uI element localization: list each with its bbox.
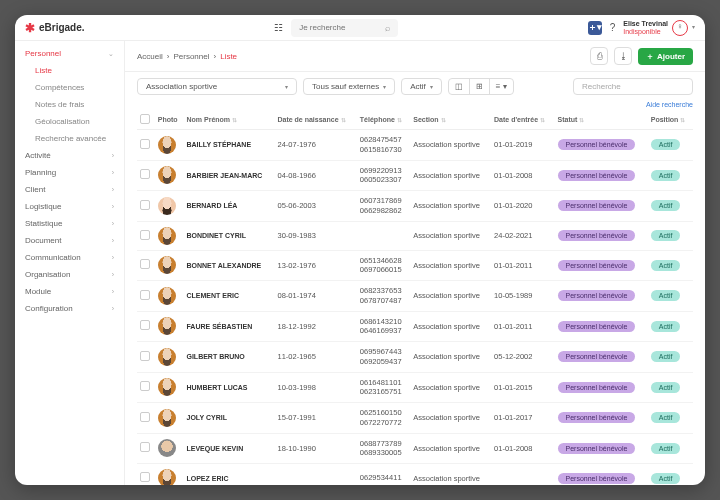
status-badge: Personnel bénévole (558, 139, 636, 150)
sidebar-item-organisation[interactable]: Organisation› (15, 266, 124, 283)
avatar (158, 378, 176, 396)
row-checkbox[interactable] (140, 200, 150, 210)
row-checkbox[interactable] (140, 472, 150, 482)
status-badge: Personnel bénévole (558, 170, 636, 181)
cell-name: GILBERT BRUNO (183, 342, 274, 373)
sidebar-item-configuration[interactable]: Configuration› (15, 300, 124, 317)
table-row[interactable]: BONDINET CYRIL30-09-1983Association spor… (137, 221, 693, 250)
row-checkbox[interactable] (140, 351, 150, 361)
table-row[interactable]: BARBIER JEAN-MARC04-08-19660699220913060… (137, 160, 693, 191)
row-checkbox[interactable] (140, 381, 150, 391)
sidebar-item-logistique[interactable]: Logistique› (15, 198, 124, 215)
global-search[interactable]: ⌕ (291, 19, 398, 37)
print-button[interactable]: ⎙ (590, 47, 608, 65)
col-statut[interactable]: Statut⇅ (555, 110, 648, 130)
chevron-down-icon: ▾ (285, 83, 288, 90)
view-toggle: ◫ ⊞ ≡ ▾ (448, 78, 514, 95)
sidebar-item-statistique[interactable]: Statistique› (15, 215, 124, 232)
sidebar-sub-recherche[interactable]: Recherche avancée (15, 130, 124, 147)
col-entry[interactable]: Date d'entrée⇅ (491, 110, 554, 130)
download-button[interactable]: ⭳ (614, 47, 632, 65)
col-section[interactable]: Section⇅ (410, 110, 491, 130)
sidebar-item-client[interactable]: Client› (15, 181, 124, 198)
row-checkbox[interactable] (140, 290, 150, 300)
cell-name: FAURE SéBASTIEN (183, 311, 274, 342)
status-badge: Personnel bénévole (558, 230, 636, 241)
status-badge: Personnel bénévole (558, 412, 636, 423)
table-row[interactable]: LEVEQUE KEVIN18-10-199006887737890689330… (137, 433, 693, 464)
status-badge: Personnel bénévole (558, 260, 636, 271)
help-icon[interactable]: ? (610, 22, 616, 33)
sidebar-item-planning[interactable]: Planning› (15, 164, 124, 181)
cell-dob: 24-07-1976 (274, 130, 356, 161)
cell-tel: 06513466280697066015 (357, 250, 410, 281)
table-row[interactable]: BERNARD LéA05-06-20030607317869066298286… (137, 191, 693, 222)
cell-section: Association sportive (410, 372, 491, 403)
col-dob[interactable]: Date de naissance⇅ (274, 110, 356, 130)
row-checkbox[interactable] (140, 139, 150, 149)
col-checkbox[interactable] (137, 110, 155, 130)
user-menu[interactable]: Elise Trevinal Indisponible ♀ ▾ (623, 20, 695, 36)
view-card-button[interactable]: ◫ (449, 79, 470, 94)
sidebar-item-document[interactable]: Document› (15, 232, 124, 249)
table-row[interactable]: JOLY CYRIL15-07-199106251601500672270772… (137, 403, 693, 434)
chevron-down-icon: ▾ (383, 83, 386, 90)
position-badge: Actif (651, 200, 681, 211)
row-checkbox[interactable] (140, 412, 150, 422)
row-checkbox[interactable] (140, 230, 150, 240)
filter-status[interactable]: Actif▾ (401, 78, 442, 95)
position-badge: Actif (651, 290, 681, 301)
table-row[interactable]: BAILLY STéPHANE24-07-1976062847545706158… (137, 130, 693, 161)
calendar-icon[interactable]: ☷ (274, 22, 283, 33)
avatar (158, 439, 176, 457)
crumb-personnel[interactable]: Personnel (173, 52, 209, 61)
position-badge: Actif (651, 473, 681, 484)
row-checkbox[interactable] (140, 442, 150, 452)
chevron-down-icon: ⌄ (108, 50, 114, 58)
sidebar: Personnel⌄ Liste Compétences Notes de fr… (15, 41, 125, 485)
table-row[interactable]: HUMBERT LUCAS10-03-199806164811010623165… (137, 372, 693, 403)
sidebar-sub-liste[interactable]: Liste (15, 62, 124, 79)
col-tel[interactable]: Téléphone⇅ (357, 110, 410, 130)
app-window: ✱ eBrigade. ☷ ⌕ ＋▾ ? Elise Trevinal Indi… (15, 15, 705, 485)
cell-section: Association sportive (410, 221, 491, 250)
cell-dob: 05-06-2003 (274, 191, 356, 222)
row-checkbox[interactable] (140, 259, 150, 269)
sidebar-item-personnel[interactable]: Personnel⌄ (15, 45, 124, 62)
col-pos[interactable]: Position⇅ (648, 110, 693, 130)
table-row[interactable]: FAURE SéBASTIEN18-12-1992068614321006461… (137, 311, 693, 342)
cell-name: BONNET ALEXANDRE (183, 250, 274, 281)
row-checkbox[interactable] (140, 169, 150, 179)
cell-name: BERNARD LéA (183, 191, 274, 222)
cell-entry: 01-01-2020 (491, 191, 554, 222)
sidebar-item-module[interactable]: Module› (15, 283, 124, 300)
cell-name: HUMBERT LUCAS (183, 372, 274, 403)
add-button[interactable]: ＋Ajouter (638, 48, 693, 65)
sidebar-item-communication[interactable]: Communication› (15, 249, 124, 266)
cell-section: Association sportive (410, 342, 491, 373)
brand-logo[interactable]: ✱ eBrigade. (25, 21, 85, 35)
cell-entry: 10-05-1989 (491, 281, 554, 312)
search-input[interactable] (299, 23, 379, 32)
table-row[interactable]: BONNET ALEXANDRE13-02-197606513466280697… (137, 250, 693, 281)
col-name[interactable]: Nom Prénom⇅ (183, 110, 274, 130)
add-menu-button[interactable]: ＋▾ (588, 21, 602, 35)
filter-org[interactable]: Association sportive▾ (137, 78, 297, 95)
table-row[interactable]: GILBERT BRUNO11-02-196506959674430692059… (137, 342, 693, 373)
sidebar-sub-competences[interactable]: Compétences (15, 79, 124, 96)
crumb-home[interactable]: Accueil (137, 52, 163, 61)
view-list-button[interactable]: ≡ ▾ (490, 79, 513, 94)
help-search-link[interactable]: Aide recherche (125, 101, 705, 110)
row-checkbox[interactable] (140, 320, 150, 330)
table-row[interactable]: CLEMENT ERIC08-01-1974068233765306787074… (137, 281, 693, 312)
filter-scope[interactable]: Tous sauf externes▾ (303, 78, 395, 95)
cell-dob: 04-08-1966 (274, 160, 356, 191)
table-search[interactable]: Recherche (573, 78, 693, 95)
avatar (158, 227, 176, 245)
sidebar-item-activite[interactable]: Activité› (15, 147, 124, 164)
table-scroll[interactable]: Photo Nom Prénom⇅ Date de naissance⇅ Tél… (125, 110, 705, 485)
view-grid-button[interactable]: ⊞ (470, 79, 490, 94)
sidebar-sub-geo[interactable]: Géolocalisation (15, 113, 124, 130)
sidebar-sub-notes[interactable]: Notes de frais (15, 96, 124, 113)
table-row[interactable]: LOPEZ ERIC0629534411Association sportive… (137, 464, 693, 486)
